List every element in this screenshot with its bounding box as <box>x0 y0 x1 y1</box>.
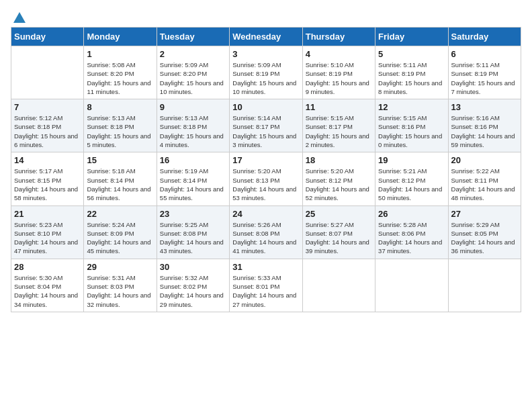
day-number: 27 <box>451 209 518 219</box>
calendar-cell: 23Sunrise: 5:25 AMSunset: 8:08 PMDayligh… <box>157 205 229 259</box>
calendar-cell <box>448 259 521 312</box>
day-info: Sunrise: 5:16 AMSunset: 8:16 PMDaylight:… <box>451 113 518 149</box>
day-info: Sunrise: 5:18 AMSunset: 8:14 PMDaylight:… <box>87 167 153 202</box>
day-number: 31 <box>232 262 299 272</box>
calendar-cell: 24Sunrise: 5:26 AMSunset: 8:08 PMDayligh… <box>230 205 302 259</box>
day-number: 11 <box>306 102 372 112</box>
calendar-cell: 13Sunrise: 5:16 AMSunset: 8:16 PMDayligh… <box>448 99 521 152</box>
calendar-cell: 20Sunrise: 5:22 AMSunset: 8:11 PMDayligh… <box>448 152 521 205</box>
day-info: Sunrise: 5:19 AMSunset: 8:14 PMDaylight:… <box>160 167 226 202</box>
day-info: Sunrise: 5:11 AMSunset: 8:19 PMDaylight:… <box>451 60 518 96</box>
day-number: 10 <box>232 102 299 112</box>
calendar-week-row: 28Sunrise: 5:30 AMSunset: 8:04 PMDayligh… <box>11 259 521 312</box>
calendar-cell: 15Sunrise: 5:18 AMSunset: 8:14 PMDayligh… <box>84 152 157 205</box>
calendar-cell: 5Sunrise: 5:11 AMSunset: 8:19 PMDaylight… <box>375 46 448 99</box>
calendar-cell: 21Sunrise: 5:23 AMSunset: 8:10 PMDayligh… <box>11 205 84 259</box>
day-info: Sunrise: 5:33 AMSunset: 8:01 PMDaylight:… <box>232 273 299 309</box>
svg-marker-0 <box>13 12 26 23</box>
calendar-cell: 2Sunrise: 5:09 AMSunset: 8:20 PMDaylight… <box>157 46 229 99</box>
day-number: 26 <box>378 209 445 219</box>
logo-icon <box>12 11 27 26</box>
header-thursday: Thursday <box>302 28 375 46</box>
header-sunday: Sunday <box>11 28 84 46</box>
calendar-week-row: 1Sunrise: 5:08 AMSunset: 8:20 PMDaylight… <box>11 46 521 99</box>
day-number: 12 <box>378 102 445 112</box>
calendar-cell: 9Sunrise: 5:13 AMSunset: 8:18 PMDaylight… <box>157 99 229 152</box>
day-info: Sunrise: 5:11 AMSunset: 8:19 PMDaylight:… <box>378 60 445 96</box>
calendar-week-row: 14Sunrise: 5:17 AMSunset: 8:15 PMDayligh… <box>11 152 521 205</box>
day-info: Sunrise: 5:29 AMSunset: 8:05 PMDaylight:… <box>451 220 518 256</box>
day-info: Sunrise: 5:20 AMSunset: 8:12 PMDaylight:… <box>306 167 372 202</box>
day-info: Sunrise: 5:17 AMSunset: 8:15 PMDaylight:… <box>14 167 81 202</box>
day-number: 9 <box>160 102 226 112</box>
day-number: 8 <box>87 102 153 112</box>
calendar-cell: 11Sunrise: 5:15 AMSunset: 8:17 PMDayligh… <box>302 99 375 152</box>
day-info: Sunrise: 5:24 AMSunset: 8:09 PMDaylight:… <box>87 220 153 256</box>
header-friday: Friday <box>375 28 448 46</box>
calendar-cell: 14Sunrise: 5:17 AMSunset: 8:15 PMDayligh… <box>11 152 84 205</box>
day-info: Sunrise: 5:10 AMSunset: 8:19 PMDaylight:… <box>306 60 372 96</box>
day-info: Sunrise: 5:22 AMSunset: 8:11 PMDaylight:… <box>451 167 518 202</box>
day-number: 23 <box>160 209 226 219</box>
day-info: Sunrise: 5:21 AMSunset: 8:12 PMDaylight:… <box>378 167 445 202</box>
day-number: 18 <box>306 155 372 165</box>
day-info: Sunrise: 5:31 AMSunset: 8:03 PMDaylight:… <box>87 273 153 309</box>
calendar-cell <box>302 259 375 312</box>
day-info: Sunrise: 5:20 AMSunset: 8:13 PMDaylight:… <box>232 167 299 202</box>
logo <box>11 11 27 23</box>
day-number: 7 <box>14 102 81 112</box>
calendar-cell: 28Sunrise: 5:30 AMSunset: 8:04 PMDayligh… <box>11 259 84 312</box>
day-number: 1 <box>87 49 153 59</box>
header-tuesday: Tuesday <box>157 28 229 46</box>
calendar-cell: 27Sunrise: 5:29 AMSunset: 8:05 PMDayligh… <box>448 205 521 259</box>
day-number: 3 <box>232 49 299 59</box>
day-number: 16 <box>160 155 226 165</box>
calendar-cell: 22Sunrise: 5:24 AMSunset: 8:09 PMDayligh… <box>84 205 157 259</box>
day-number: 21 <box>14 209 81 219</box>
day-number: 15 <box>87 155 153 165</box>
calendar-cell: 6Sunrise: 5:11 AMSunset: 8:19 PMDaylight… <box>448 46 521 99</box>
day-number: 13 <box>451 102 518 112</box>
day-info: Sunrise: 5:13 AMSunset: 8:18 PMDaylight:… <box>160 113 226 149</box>
day-info: Sunrise: 5:25 AMSunset: 8:08 PMDaylight:… <box>160 220 226 256</box>
calendar-cell: 26Sunrise: 5:28 AMSunset: 8:06 PMDayligh… <box>375 205 448 259</box>
calendar-cell: 25Sunrise: 5:27 AMSunset: 8:07 PMDayligh… <box>302 205 375 259</box>
day-info: Sunrise: 5:09 AMSunset: 8:19 PMDaylight:… <box>232 60 299 96</box>
day-info: Sunrise: 5:13 AMSunset: 8:18 PMDaylight:… <box>87 113 153 149</box>
day-number: 6 <box>451 49 518 59</box>
day-number: 4 <box>306 49 372 59</box>
header-monday: Monday <box>84 28 157 46</box>
day-info: Sunrise: 5:14 AMSunset: 8:17 PMDaylight:… <box>232 113 299 149</box>
calendar-cell: 7Sunrise: 5:12 AMSunset: 8:18 PMDaylight… <box>11 99 84 152</box>
day-info: Sunrise: 5:32 AMSunset: 8:02 PMDaylight:… <box>160 273 226 309</box>
header-saturday: Saturday <box>448 28 521 46</box>
calendar-cell <box>11 46 84 99</box>
page-header <box>11 11 521 23</box>
day-info: Sunrise: 5:26 AMSunset: 8:08 PMDaylight:… <box>232 220 299 256</box>
day-number: 5 <box>378 49 445 59</box>
calendar-cell: 8Sunrise: 5:13 AMSunset: 8:18 PMDaylight… <box>84 99 157 152</box>
calendar-cell: 4Sunrise: 5:10 AMSunset: 8:19 PMDaylight… <box>302 46 375 99</box>
calendar-cell: 19Sunrise: 5:21 AMSunset: 8:12 PMDayligh… <box>375 152 448 205</box>
day-number: 28 <box>14 262 81 272</box>
calendar-week-row: 7Sunrise: 5:12 AMSunset: 8:18 PMDaylight… <box>11 99 521 152</box>
calendar-table: SundayMondayTuesdayWednesdayThursdayFrid… <box>11 27 521 312</box>
day-number: 24 <box>232 209 299 219</box>
calendar-cell: 17Sunrise: 5:20 AMSunset: 8:13 PMDayligh… <box>230 152 302 205</box>
calendar-cell <box>375 259 448 312</box>
calendar-cell: 30Sunrise: 5:32 AMSunset: 8:02 PMDayligh… <box>157 259 229 312</box>
calendar-header-row: SundayMondayTuesdayWednesdayThursdayFrid… <box>11 28 521 46</box>
day-number: 20 <box>451 155 518 165</box>
day-info: Sunrise: 5:23 AMSunset: 8:10 PMDaylight:… <box>14 220 81 256</box>
calendar-cell: 10Sunrise: 5:14 AMSunset: 8:17 PMDayligh… <box>230 99 302 152</box>
calendar-cell: 18Sunrise: 5:20 AMSunset: 8:12 PMDayligh… <box>302 152 375 205</box>
day-info: Sunrise: 5:15 AMSunset: 8:17 PMDaylight:… <box>306 113 372 149</box>
calendar-cell: 12Sunrise: 5:15 AMSunset: 8:16 PMDayligh… <box>375 99 448 152</box>
header-wednesday: Wednesday <box>230 28 302 46</box>
day-number: 14 <box>14 155 81 165</box>
calendar-cell: 31Sunrise: 5:33 AMSunset: 8:01 PMDayligh… <box>230 259 302 312</box>
day-number: 2 <box>160 49 226 59</box>
day-info: Sunrise: 5:27 AMSunset: 8:07 PMDaylight:… <box>306 220 372 256</box>
day-number: 30 <box>160 262 226 272</box>
calendar-cell: 1Sunrise: 5:08 AMSunset: 8:20 PMDaylight… <box>84 46 157 99</box>
